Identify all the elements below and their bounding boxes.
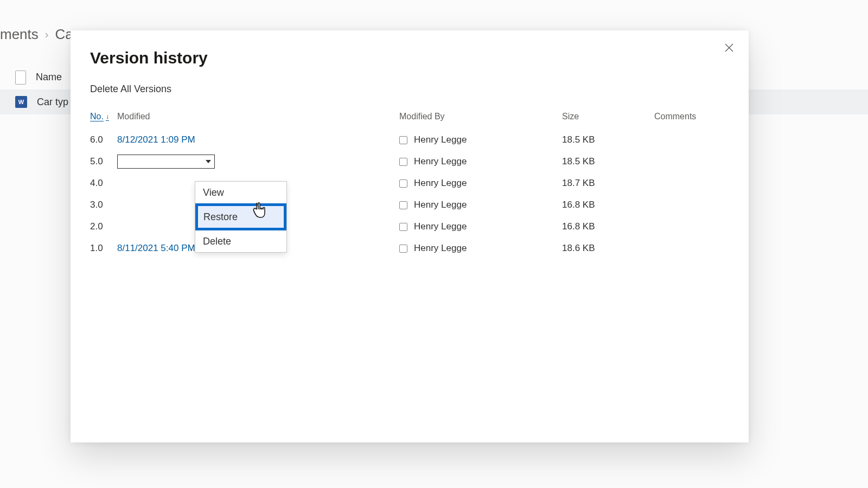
- caret-down-icon: [206, 160, 211, 163]
- size-cell: 18.5 KB: [562, 134, 654, 145]
- size-cell: 18.5 KB: [562, 156, 654, 167]
- version-actions-dropdown[interactable]: [117, 155, 215, 169]
- version-number: 4.0: [90, 178, 117, 189]
- modified-by-cell: Henry Legge: [399, 243, 562, 254]
- modified-by-cell: Henry Legge: [399, 156, 562, 167]
- modified-by-cell: Henry Legge: [399, 221, 562, 232]
- user-name[interactable]: Henry Legge: [414, 200, 467, 210]
- version-row: 4.0 Henry Legge 18.7 KB: [90, 172, 729, 194]
- file-name[interactable]: Car typ: [37, 97, 68, 108]
- version-number: 2.0: [90, 221, 117, 232]
- user-name[interactable]: Henry Legge: [414, 178, 467, 189]
- version-number: 6.0: [90, 134, 117, 145]
- version-table: No. ↓ Modified Modified By Size Comments…: [90, 112, 729, 259]
- user-checkbox[interactable]: [399, 158, 407, 166]
- modified-by-cell: Henry Legge: [399, 134, 562, 145]
- breadcrumb-seg-1[interactable]: ments: [0, 26, 39, 43]
- column-header-no-label: No.: [90, 112, 104, 121]
- column-header-modified[interactable]: Modified: [117, 112, 399, 121]
- modified-dropdown-open[interactable]: [117, 155, 399, 169]
- column-header-comments[interactable]: Comments: [654, 112, 729, 121]
- size-cell: 18.6 KB: [562, 243, 654, 254]
- version-number: 1.0: [90, 243, 117, 254]
- user-name[interactable]: Henry Legge: [414, 156, 467, 167]
- table-header: No. ↓ Modified Modified By Size Comments: [90, 112, 729, 125]
- close-icon: [724, 43, 734, 53]
- menu-item-restore[interactable]: Restore: [195, 203, 286, 230]
- size-cell: 18.7 KB: [562, 178, 654, 189]
- column-header-size[interactable]: Size: [562, 112, 654, 121]
- size-cell: 16.8 KB: [562, 221, 654, 232]
- version-context-menu: View Restore Delete: [195, 181, 287, 253]
- delete-all-versions-link[interactable]: Delete All Versions: [71, 67, 749, 95]
- file-icon: [15, 70, 26, 85]
- breadcrumb[interactable]: ments › Ca: [0, 26, 73, 43]
- user-checkbox[interactable]: [399, 179, 407, 188]
- version-row: 3.0 Henry Legge 16.8 KB: [90, 194, 729, 216]
- menu-item-delete[interactable]: Delete: [195, 230, 286, 252]
- user-checkbox[interactable]: [399, 245, 407, 253]
- version-row: 5.0 Henry Legge 18.5 KB: [90, 151, 729, 172]
- size-cell: 16.8 KB: [562, 200, 654, 210]
- column-header-no[interactable]: No. ↓: [90, 112, 117, 121]
- sort-desc-icon: ↓: [106, 113, 109, 120]
- version-number: 3.0: [90, 200, 117, 210]
- modified-by-cell: Henry Legge: [399, 200, 562, 210]
- word-doc-icon: W: [15, 96, 27, 108]
- modified-link[interactable]: 8/12/2021 1:09 PM: [117, 134, 399, 145]
- version-row: 1.0 8/11/2021 5:40 PM Henry Legge 18.6 K…: [90, 237, 729, 259]
- user-name[interactable]: Henry Legge: [414, 134, 467, 145]
- version-row: 6.0 8/12/2021 1:09 PM Henry Legge 18.5 K…: [90, 129, 729, 151]
- version-history-dialog: Version history Delete All Versions No. …: [71, 30, 749, 442]
- user-checkbox[interactable]: [399, 201, 407, 209]
- version-number: 5.0: [90, 156, 117, 167]
- table-body: 6.0 8/12/2021 1:09 PM Henry Legge 18.5 K…: [90, 125, 729, 259]
- column-header-modified-by[interactable]: Modified By: [399, 112, 562, 121]
- dialog-title: Version history: [71, 30, 749, 67]
- user-name[interactable]: Henry Legge: [414, 221, 467, 232]
- chevron-right-icon: ›: [45, 28, 49, 41]
- user-checkbox[interactable]: [399, 136, 407, 144]
- modified-by-cell: Henry Legge: [399, 178, 562, 189]
- version-row: 2.0 Henry Legge 16.8 KB: [90, 216, 729, 237]
- user-name[interactable]: Henry Legge: [414, 243, 467, 254]
- user-checkbox[interactable]: [399, 223, 407, 231]
- doclib-header: Name: [0, 65, 62, 89]
- menu-item-view[interactable]: View: [195, 182, 286, 203]
- column-header-name[interactable]: Name: [36, 72, 62, 83]
- close-button[interactable]: [722, 40, 737, 55]
